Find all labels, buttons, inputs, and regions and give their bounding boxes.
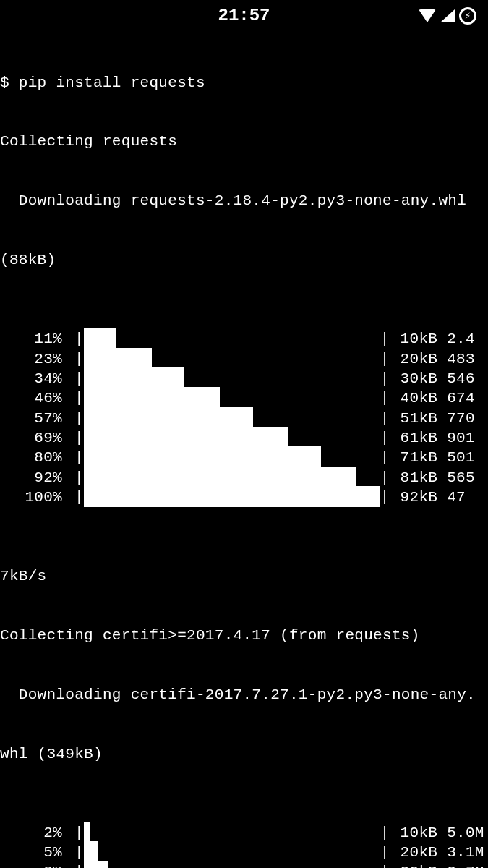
progress-row: 69% || 61kB 901 <box>0 428 488 448</box>
requests-progress-block: 11% || 10kB 2.423% || 20kB 48334% || 30k… <box>0 329 488 507</box>
progress-close-pipe: | <box>380 428 391 448</box>
progress-track <box>84 369 380 388</box>
progress-open-pipe: | <box>62 468 84 488</box>
progress-suffix: 71kB 501 <box>391 448 475 467</box>
progress-open-pipe: | <box>62 369 84 388</box>
progress-open-pipe: | <box>62 862 84 868</box>
progress-fill <box>84 822 90 843</box>
progress-open-pipe: | <box>62 409 84 428</box>
progress-close-pipe: | <box>380 823 391 843</box>
progress-row: 34% || 30kB 546 <box>0 369 488 388</box>
progress-close-pipe: | <box>380 349 391 369</box>
wrap-line: 7kB/s <box>0 566 488 586</box>
progress-suffix: 92kB 47 <box>391 488 466 507</box>
progress-percent: 5% <box>0 843 62 862</box>
progress-open-pipe: | <box>62 388 84 408</box>
progress-track <box>84 468 380 488</box>
progress-close-pipe: | <box>380 369 391 388</box>
command-line: $ pip install requests <box>0 73 488 93</box>
progress-track <box>84 448 380 467</box>
progress-fill <box>84 387 221 408</box>
status-icons: ⚡ <box>322 7 476 25</box>
progress-open-pipe: | <box>62 329 84 349</box>
progress-row: 100% || 92kB 47 <box>0 488 488 507</box>
collecting-line: Collecting certifi>=2017.4.17 (from requ… <box>0 626 488 645</box>
progress-percent: 80% <box>0 448 62 467</box>
progress-fill <box>84 861 108 868</box>
progress-close-pipe: | <box>380 862 391 868</box>
progress-open-pipe: | <box>62 428 84 448</box>
progress-row: 46% || 40kB 674 <box>0 388 488 408</box>
progress-suffix: 40kB 674 <box>391 388 475 408</box>
progress-suffix: 30kB 546 <box>391 369 475 388</box>
progress-close-pipe: | <box>380 468 391 488</box>
progress-fill <box>84 467 356 488</box>
progress-percent: 100% <box>0 488 62 507</box>
progress-open-pipe: | <box>62 448 84 467</box>
progress-fill <box>84 348 152 369</box>
progress-open-pipe: | <box>62 349 84 369</box>
progress-fill <box>84 367 184 388</box>
progress-track <box>84 428 380 448</box>
progress-close-pipe: | <box>380 329 391 349</box>
progress-close-pipe: | <box>380 409 391 428</box>
progress-row: 2% || 10kB 5.0M <box>0 823 488 843</box>
progress-track <box>84 388 380 408</box>
progress-fill <box>84 427 288 448</box>
progress-percent: 57% <box>0 409 62 428</box>
progress-percent: 34% <box>0 369 62 388</box>
progress-fill <box>84 328 116 349</box>
wifi-icon <box>419 9 436 22</box>
progress-fill <box>84 841 99 862</box>
signal-icon <box>440 9 455 22</box>
progress-suffix: 10kB 5.0M <box>391 823 484 843</box>
progress-suffix: 61kB 901 <box>391 428 475 448</box>
progress-suffix: 81kB 565 <box>391 468 475 488</box>
progress-track <box>84 862 380 868</box>
progress-row: 80% || 71kB 501 <box>0 448 488 467</box>
progress-close-pipe: | <box>380 488 391 507</box>
progress-track <box>84 843 380 862</box>
power-icon: ⚡ <box>459 7 476 25</box>
progress-percent: 8% <box>0 862 62 868</box>
progress-row: 11% || 10kB 2.4 <box>0 329 488 349</box>
progress-row: 5% || 20kB 3.1M <box>0 843 488 862</box>
collecting-line: Collecting requests <box>0 132 488 151</box>
certifi-progress-block: 2% || 10kB 5.0M5% || 20kB 3.1M8% || 30kB… <box>0 823 488 868</box>
progress-row: 23% || 20kB 483 <box>0 349 488 369</box>
progress-track <box>84 488 380 507</box>
progress-track <box>84 823 380 843</box>
progress-row: 8% || 30kB 3.7M <box>0 862 488 868</box>
progress-percent: 46% <box>0 388 62 408</box>
downloading-line: Downloading requests-2.18.4-py2.py3-none… <box>0 191 488 210</box>
progress-fill <box>84 486 380 507</box>
progress-suffix: 30kB 3.7M <box>391 862 484 868</box>
downloading-line: Downloading certifi-2017.7.27.1-py2.py3-… <box>0 685 488 705</box>
progress-row: 57% || 51kB 770 <box>0 409 488 428</box>
progress-fill <box>84 446 321 467</box>
status-bar: 21:57 ⚡ <box>0 0 488 32</box>
progress-open-pipe: | <box>62 843 84 862</box>
size-line: whl (349kB) <box>0 744 488 764</box>
progress-suffix: 20kB 3.1M <box>391 843 484 862</box>
progress-close-pipe: | <box>380 448 391 467</box>
progress-open-pipe: | <box>62 823 84 843</box>
progress-fill <box>84 407 253 428</box>
progress-close-pipe: | <box>380 388 391 408</box>
progress-track <box>84 409 380 428</box>
progress-suffix: 51kB 770 <box>391 409 475 428</box>
progress-row: 92% || 81kB 565 <box>0 468 488 488</box>
progress-suffix: 20kB 483 <box>391 349 475 369</box>
progress-open-pipe: | <box>62 488 84 507</box>
progress-percent: 92% <box>0 468 62 488</box>
terminal-output[interactable]: $ pip install requests Collecting reques… <box>0 32 488 868</box>
size-line: (88kB) <box>0 250 488 270</box>
status-time: 21:57 <box>166 4 321 27</box>
progress-close-pipe: | <box>380 843 391 862</box>
progress-suffix: 10kB 2.4 <box>391 329 475 349</box>
progress-percent: 2% <box>0 823 62 843</box>
progress-percent: 11% <box>0 329 62 349</box>
progress-track <box>84 329 380 349</box>
progress-percent: 69% <box>0 428 62 448</box>
progress-percent: 23% <box>0 349 62 369</box>
